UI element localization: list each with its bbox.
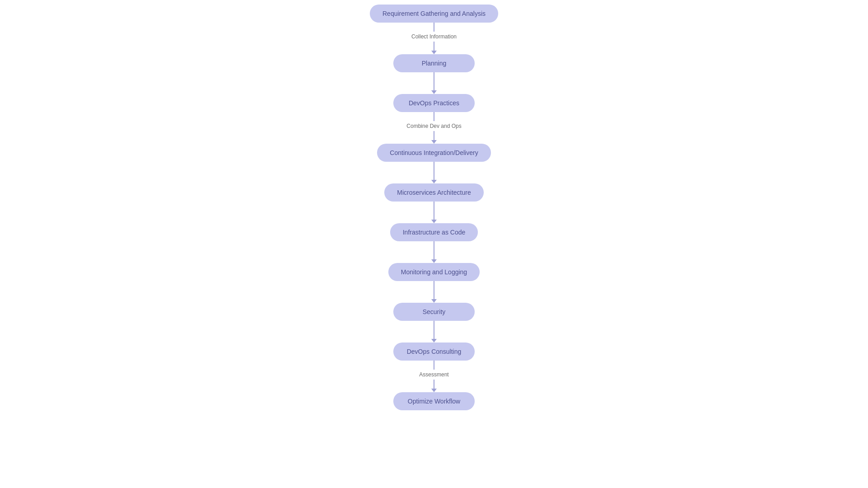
node-requirement[interactable]: Requirement Gathering and Analysis — [370, 5, 498, 23]
connector-6 — [431, 281, 437, 303]
node-devops-practices[interactable]: DevOps Practices — [393, 94, 475, 112]
connector-8: Assessment — [419, 361, 448, 392]
connector-line — [434, 321, 434, 330]
connector-7 — [431, 321, 437, 343]
node-microservices[interactable]: Microservices Architecture — [384, 183, 484, 202]
connector-1 — [431, 72, 437, 94]
node-optimize[interactable]: Optimize Workflow — [393, 392, 475, 410]
arrow-icon — [431, 140, 437, 144]
node-security[interactable]: Security — [393, 303, 475, 321]
arrow-icon — [431, 299, 437, 303]
arrow-icon — [431, 180, 437, 183]
connector-line — [434, 81, 434, 90]
arrow-icon — [431, 339, 437, 343]
flowchart: Requirement Gathering and Analysis Colle… — [344, 0, 524, 410]
connector-4 — [431, 202, 437, 223]
connector-line — [434, 330, 434, 339]
connector-3 — [431, 162, 437, 183]
connector-line — [434, 241, 434, 250]
connector-label-8: Assessment — [419, 371, 448, 378]
arrow-icon — [431, 220, 437, 223]
connector-line — [434, 23, 434, 32]
connector-0: Collect Information — [411, 23, 457, 54]
connector-line — [434, 131, 434, 140]
connector-line — [434, 290, 434, 299]
connector-line — [434, 281, 434, 290]
arrow-icon — [431, 389, 437, 392]
node-iac[interactable]: Infrastructure as Code — [390, 223, 478, 241]
arrow-icon — [431, 51, 437, 54]
node-ci-cd[interactable]: Continuous Integration/Delivery — [377, 144, 491, 162]
connector-label-2: Combine Dev and Ops — [406, 123, 461, 129]
node-monitoring[interactable]: Monitoring and Logging — [388, 263, 480, 281]
connector-2: Combine Dev and Ops — [406, 112, 461, 144]
connector-line — [434, 42, 434, 51]
node-devops-consulting[interactable]: DevOps Consulting — [393, 343, 475, 361]
connector-line — [434, 202, 434, 211]
arrow-icon — [431, 90, 437, 94]
connector-line — [434, 72, 434, 81]
connector-line — [434, 250, 434, 259]
connector-line — [434, 380, 434, 389]
connector-5 — [431, 241, 437, 263]
arrow-icon — [431, 259, 437, 263]
connector-line — [434, 162, 434, 171]
connector-label-0: Collect Information — [411, 33, 457, 40]
connector-line — [434, 211, 434, 220]
connector-line — [434, 361, 434, 370]
connector-line — [434, 171, 434, 180]
node-planning[interactable]: Planning — [393, 54, 475, 72]
connector-line — [434, 112, 434, 121]
